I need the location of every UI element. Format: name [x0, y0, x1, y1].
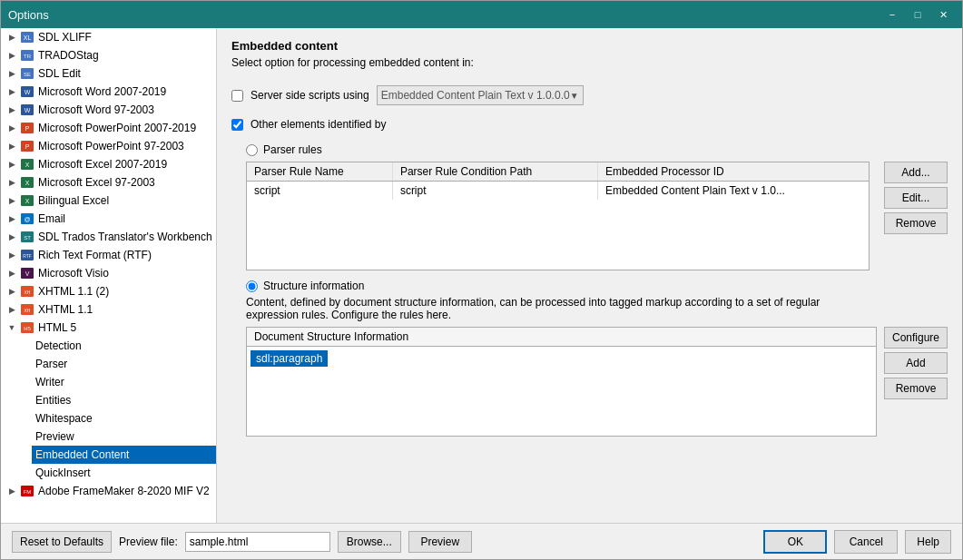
tree-child-label: Parser [35, 358, 67, 370]
tree-label: TRADOStag [38, 49, 99, 62]
close-button[interactable]: ✕ [931, 5, 955, 24]
tree-item-xhtml-2[interactable]: ▶ XH XHTML 1.1 (2) [1, 282, 216, 300]
expand-arrow: ▶ [5, 84, 19, 99]
configure-button[interactable]: Configure [884, 327, 948, 349]
table-row[interactable]: script script Embedded Content Plain Tex… [247, 182, 869, 201]
svg-text:FM: FM [24, 489, 32, 495]
tree-item-excel-2007[interactable]: ▶ X Microsoft Excel 2007-2019 [1, 155, 216, 173]
tree-item-email[interactable]: ▶ @ Email [1, 210, 216, 228]
parser-table: Parser Rule Name Parser Rule Condition P… [247, 162, 869, 200]
help-button[interactable]: Help [905, 530, 951, 554]
tree-item-excel-97[interactable]: ▶ X Microsoft Excel 97-2003 [1, 173, 216, 192]
expand-arrow: ▶ [5, 284, 19, 299]
email-icon: @ [19, 211, 35, 226]
struct-info-box[interactable]: sdl:paragraph [246, 346, 877, 437]
sdl-edit-icon: SE [19, 66, 35, 81]
structure-info-radio[interactable] [246, 280, 258, 292]
svg-text:X: X [25, 162, 30, 168]
reset-defaults-button[interactable]: Reset to Defaults [12, 531, 112, 553]
tree-label: HTML 5 [38, 321, 76, 334]
tree-item-xhtml[interactable]: ▶ XH XHTML 1.1 [1, 300, 216, 319]
tree-item-word-2007[interactable]: ▶ W Microsoft Word 2007-2019 [1, 83, 216, 101]
tree-child-parser[interactable]: Parser [32, 355, 216, 373]
svg-text:SE: SE [24, 72, 31, 77]
embedded-content-desc: Select option for processing embedded co… [231, 56, 948, 69]
excel-icon: X [19, 193, 35, 208]
struct-box-header: Document Structure Information [246, 327, 877, 346]
expand-arrow: ▶ [5, 103, 19, 117]
title-bar: Options − □ ✕ [1, 1, 962, 28]
tree-item-html5[interactable]: ▼ H5 HTML 5 [1, 319, 216, 337]
tree-child-whitespace[interactable]: Whitespace [32, 409, 216, 427]
struct-info-box-wrapper: Document Structure Information sdl:parag… [246, 327, 877, 437]
svg-text:V: V [25, 270, 30, 277]
parser-buttons: Add... Edit... Remove [884, 162, 948, 270]
preview-file-input[interactable] [185, 532, 330, 552]
tree-item-ppt-2007[interactable]: ▶ P Microsoft PowerPoint 2007-2019 [1, 119, 216, 137]
remove-struct-button[interactable]: Remove [884, 378, 948, 399]
add-struct-button[interactable]: Add [884, 352, 948, 374]
svg-text:XH: XH [25, 308, 31, 313]
tree-child-writer[interactable]: Writer [32, 373, 216, 391]
preview-file-label: Preview file: [119, 535, 178, 548]
ok-button[interactable]: OK [763, 530, 827, 554]
svg-text:W: W [25, 89, 31, 95]
tree-label: XHTML 1.1 [38, 303, 93, 316]
word-icon: W [19, 84, 35, 99]
browse-button[interactable]: Browse... [338, 531, 401, 553]
svg-text:@: @ [24, 216, 30, 222]
preview-button[interactable]: Preview [408, 531, 472, 553]
server-side-label: Server side scripts using [251, 89, 369, 102]
sdl-trados-icon: ST [19, 230, 35, 244]
edit-parser-rule-button[interactable]: Edit... [884, 187, 948, 209]
server-side-checkbox[interactable] [231, 90, 243, 102]
cancel-button[interactable]: Cancel [834, 530, 898, 554]
tree-item-bilingual-excel[interactable]: ▶ X Bilingual Excel [1, 192, 216, 210]
struct-tag[interactable]: sdl:paragraph [251, 350, 328, 367]
tree-item-ppt-97[interactable]: ▶ P Microsoft PowerPoint 97-2003 [1, 137, 216, 155]
remove-parser-rule-button[interactable]: Remove [884, 212, 948, 234]
tree-child-entities[interactable]: Entities [32, 391, 216, 409]
tree-item-sdl-trados[interactable]: ▶ ST SDL Trados Translator's Workbench [1, 228, 216, 246]
ppt-icon: P [19, 121, 35, 135]
minimize-button[interactable]: − [880, 5, 904, 24]
tree-child-preview[interactable]: Preview [32, 427, 216, 446]
adobe-icon: FM [19, 484, 35, 498]
tree-label: Microsoft Word 97-2003 [38, 103, 154, 116]
expand-arrow: ▶ [5, 121, 19, 135]
structure-desc: Content, defined by document structure i… [246, 296, 863, 321]
expand-arrow: ▶ [5, 30, 19, 44]
expand-arrow: ▶ [5, 266, 19, 280]
maximize-button[interactable]: □ [906, 5, 929, 24]
expand-arrow: ▶ [5, 139, 19, 153]
tree-item-sdl-xliff[interactable]: ▶ XL SDL XLIFF [1, 28, 216, 46]
xhtml-icon: XH [19, 284, 35, 299]
tree-child-embedded-content[interactable]: Embedded Content [32, 446, 216, 464]
parser-rules-radio[interactable] [246, 144, 258, 156]
expand-arrow: ▶ [5, 484, 19, 498]
other-elements-checkbox[interactable] [231, 119, 243, 131]
struct-info-area: Document Structure Information sdl:parag… [246, 327, 948, 437]
section-title: Embedded content Select option for proce… [231, 39, 948, 76]
tree-child-detection[interactable]: Detection [32, 337, 216, 355]
tree-item-rtf[interactable]: ▶ RTF Rich Text Format (RTF) [1, 246, 216, 264]
html5-icon: H5 [19, 320, 35, 335]
tree-label: SDL Trados Translator's Workbench [38, 231, 212, 243]
tree-item-tradostag[interactable]: ▶ TR TRADOStag [1, 46, 216, 64]
tree-scroll[interactable]: ▶ XL SDL XLIFF ▶ TR TRADOStag ▶ SE SDL E… [1, 28, 216, 523]
tree-item-visio[interactable]: ▶ V Microsoft Visio [1, 264, 216, 282]
svg-text:X: X [25, 198, 30, 204]
tree-child-label: Entities [35, 394, 71, 407]
server-side-row: Server side scripts using Embedded Conte… [231, 85, 948, 105]
tree-item-sdl-edit[interactable]: ▶ SE SDL Edit [1, 64, 216, 83]
server-side-dropdown[interactable]: Embedded Content Plain Text v 1.0.0.0 ▼ [377, 85, 584, 105]
tree-label: SDL XLIFF [38, 31, 92, 44]
tree-child-quickinsert[interactable]: QuickInsert [32, 464, 216, 482]
tree-item-adobe-framemaker[interactable]: ▶ FM Adobe FrameMaker 8-2020 MIF V2 [1, 482, 216, 500]
expand-arrow: ▶ [5, 248, 19, 262]
tree-item-word-97[interactable]: ▶ W Microsoft Word 97-2003 [1, 101, 216, 119]
other-elements-row: Other elements identified by [231, 118, 948, 131]
tree-label: XHTML 1.1 (2) [38, 285, 109, 298]
add-parser-rule-button[interactable]: Add... [884, 162, 948, 183]
tree-label: Microsoft Word 2007-2019 [38, 85, 166, 98]
